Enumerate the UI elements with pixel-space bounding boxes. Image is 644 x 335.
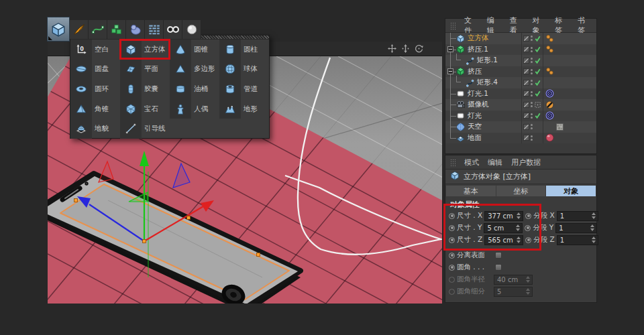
stepper[interactable] [526, 288, 530, 295]
visibility-toggles[interactable] [521, 99, 543, 111]
toolbar-spline-boolean-button[interactable] [164, 20, 182, 39]
expand-toggle[interactable] [447, 68, 453, 74]
tag-cell[interactable] [543, 123, 596, 131]
object-name[interactable]: 挤压 [468, 67, 482, 76]
visibility-dots[interactable] [531, 102, 533, 107]
stepper[interactable] [592, 212, 596, 219]
sky-icon[interactable] [456, 123, 465, 131]
menu-item-tube[interactable]: 管道 [219, 79, 269, 99]
menu-item-figure[interactable]: 人偶 [170, 99, 219, 119]
phong-tag[interactable] [545, 34, 554, 43]
menu-item-cylinder[interactable]: 圆柱 [219, 40, 269, 60]
rotate-icon[interactable] [415, 44, 423, 53]
visibility-toggles[interactable] [521, 77, 543, 88]
floor-icon[interactable] [456, 133, 465, 142]
menu-item-oiltank[interactable]: 油桶 [170, 79, 219, 99]
stepper[interactable] [590, 224, 594, 231]
layer-swatch-icon[interactable] [523, 90, 529, 96]
object-row[interactable]: 地面 [445, 133, 596, 144]
menu-item-plane[interactable]: 平面 [120, 60, 170, 80]
maximize-icon[interactable] [428, 44, 437, 53]
menu-item-landscape[interactable]: 地形 [219, 99, 269, 119]
spline-icon[interactable] [466, 56, 474, 65]
object-name[interactable]: 挤压.1 [468, 45, 488, 54]
animation-dot[interactable] [449, 289, 455, 295]
visibility-toggles[interactable] [521, 121, 543, 133]
layer-swatch-icon[interactable] [523, 102, 529, 108]
visibility-dots[interactable] [531, 80, 533, 85]
enabled-check-icon[interactable] [534, 35, 541, 42]
compositing-tag[interactable] [545, 123, 554, 131]
menu-item-capsule[interactable]: 胶囊 [120, 79, 170, 99]
enabled-check-icon[interactable] [534, 112, 541, 119]
stepper[interactable] [592, 237, 596, 243]
object-row[interactable]: 矩形.1 [445, 55, 596, 66]
menu-item-guide[interactable]: 引导线 [120, 119, 170, 139]
panel-grip-icon[interactable] [450, 159, 457, 166]
enabled-check-icon[interactable] [534, 57, 541, 64]
tag-cell[interactable] [543, 111, 596, 120]
toolbar-generators-button[interactable] [107, 20, 126, 39]
checkbox[interactable] [495, 264, 502, 271]
animation-dot[interactable] [449, 265, 455, 271]
object-row[interactable]: 灯光 [445, 111, 596, 122]
tag-cell[interactable] [543, 133, 596, 142]
menu-item-sphere[interactable]: 球体 [219, 60, 269, 80]
visibility-toggles[interactable] [521, 66, 543, 78]
menu-item-torus[interactable]: 圆环 [70, 79, 120, 99]
visibility-dots[interactable] [531, 124, 533, 129]
object-name-cell[interactable]: 矩形.1 [445, 55, 521, 66]
object-name-cell[interactable]: 天空 [445, 121, 521, 133]
visibility-toggles[interactable] [521, 133, 543, 144]
visibility-toggles[interactable] [521, 55, 543, 66]
toolbar-deformers-button[interactable] [145, 20, 164, 39]
layer-swatch-icon[interactable] [523, 124, 529, 130]
cube-icon[interactable] [456, 34, 465, 43]
object-name[interactable]: 地面 [468, 133, 482, 143]
toolbar-spline-pen-button[interactable] [70, 20, 89, 39]
visibility-dots[interactable] [531, 69, 533, 74]
enabled-check-icon[interactable] [534, 79, 541, 86]
enabled-check-icon[interactable] [534, 90, 541, 97]
object-name-cell[interactable]: 立方体 [445, 33, 521, 44]
visibility-dots[interactable] [531, 36, 533, 41]
enabled-check-icon[interactable] [534, 68, 541, 75]
toolbar-metaball-button[interactable] [126, 20, 145, 39]
camera-state-icon[interactable] [534, 101, 541, 109]
value-input[interactable]: 40 cm [494, 275, 533, 285]
object-row[interactable]: 矩形.4 [445, 77, 596, 88]
texture-tag[interactable] [555, 123, 564, 131]
object-row[interactable]: 摄像机 [445, 99, 596, 111]
light-icon[interactable] [456, 111, 465, 120]
tag-cell[interactable] [543, 67, 596, 76]
layer-swatch-icon[interactable] [523, 68, 529, 74]
tag-cell[interactable] [543, 89, 596, 98]
spline-icon[interactable] [466, 78, 474, 87]
object-name-cell[interactable]: 地面 [445, 133, 521, 144]
value-input[interactable]: 1 [557, 235, 598, 245]
pan-icon[interactable] [388, 44, 396, 53]
object-row[interactable]: 挤压.1 [445, 44, 596, 56]
object-name[interactable]: 摄像机 [468, 100, 489, 109]
menu-item[interactable]: 模式 [464, 157, 479, 168]
visibility-dots[interactable] [531, 58, 533, 63]
toolbar-add-primitive-button[interactable] [47, 17, 70, 42]
object-name[interactable]: 灯光 [468, 111, 482, 121]
layer-swatch-icon[interactable] [523, 46, 529, 52]
light-icon[interactable] [456, 89, 465, 98]
panel-grip-icon[interactable] [450, 22, 457, 29]
target-tag[interactable] [545, 89, 554, 98]
object-name-cell[interactable]: 矩形.4 [445, 77, 521, 88]
menu-item-relief[interactable]: 地貌 [70, 119, 120, 139]
tag-cell[interactable] [543, 34, 596, 43]
visibility-toggles[interactable] [521, 44, 543, 56]
object-name-cell[interactable]: 摄像机 [445, 99, 521, 111]
extrude-icon[interactable] [456, 67, 465, 76]
stepper[interactable] [526, 276, 530, 283]
toolbar-spline-tools-button[interactable] [89, 20, 107, 39]
object-row[interactable]: 挤压 [445, 66, 596, 78]
tab-inactive[interactable]: 坐标 [496, 186, 546, 196]
zoom-icon[interactable] [401, 44, 410, 53]
object-name[interactable]: 天空 [468, 122, 482, 131]
value-input[interactable]: 5 [494, 287, 533, 297]
